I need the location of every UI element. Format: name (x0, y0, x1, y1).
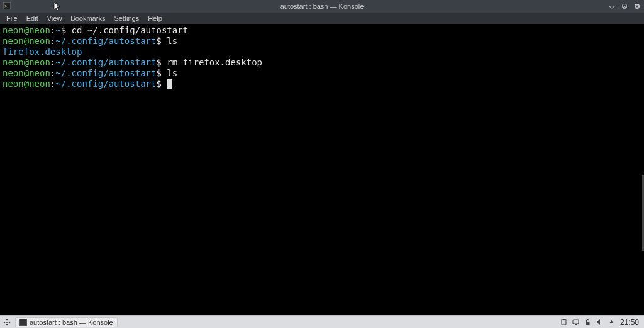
terminal-output: firefox.desktop (3, 47, 82, 57)
prompt-user-host: neon@neon (3, 57, 50, 67)
prompt-path: ~/.config/autostart (55, 36, 156, 46)
svg-text:>: > (4, 3, 8, 9)
prompt-dollar: $ (156, 79, 167, 89)
prompt-dollar: $ (61, 25, 72, 35)
terminal-line: neon@neon:~$ cd ~/.config/autostart (3, 25, 641, 36)
prompt-dollar: $ (156, 57, 167, 67)
konsole-icon (19, 319, 27, 326)
menu-settings[interactable]: Settings (110, 13, 143, 23)
taskbar-entry-label: autostart : bash — Konsole (30, 319, 113, 326)
terminal-cursor (167, 79, 172, 89)
svg-rect-11 (573, 320, 579, 324)
svg-point-8 (6, 322, 8, 323)
terminal-line: neon@neon:~/.config/autostart$ ls (3, 36, 641, 47)
lock-tray-icon[interactable] (584, 319, 592, 326)
menu-file[interactable]: File (3, 13, 21, 23)
clock[interactable]: 21:50 (620, 318, 641, 327)
terminal-body[interactable]: neon@neon:~$ cd ~/.config/autostartneon@… (0, 24, 644, 315)
svg-rect-9 (562, 319, 566, 325)
minimize-button[interactable] (608, 2, 616, 11)
window-titlebar: > autostart : bash — Konsole (0, 0, 644, 13)
terminal-line: firefox.desktop (3, 47, 641, 57)
prompt-path: ~ (55, 25, 60, 35)
menu-help[interactable]: Help (144, 13, 166, 23)
svg-point-6 (9, 321, 11, 323)
menu-view[interactable]: View (43, 13, 66, 23)
terminal-line: neon@neon:~/.config/autostart$ (3, 79, 641, 89)
menu-bookmarks[interactable]: Bookmarks (67, 13, 109, 23)
prompt-user-host: neon@neon (3, 68, 50, 78)
terminal-line: neon@neon:~/.config/autostart$ ls (3, 68, 641, 79)
clipboard-tray-icon[interactable] (560, 319, 568, 326)
close-button[interactable] (633, 2, 641, 11)
prompt-path: ~/.config/autostart (55, 68, 156, 78)
terminal-command: rm firefox.desktop (167, 57, 262, 67)
svg-point-7 (6, 324, 8, 325)
prompt-user-host: neon@neon (3, 36, 50, 46)
terminal-command: ls (167, 68, 177, 78)
prompt-user-host: neon@neon (3, 79, 50, 89)
prompt-path: ~/.config/autostart (55, 79, 156, 89)
application-launcher-icon[interactable] (3, 318, 11, 327)
prompt-path: ~/.config/autostart (55, 57, 156, 67)
volume-tray-icon[interactable] (596, 319, 604, 326)
app-icon: > (3, 1, 11, 10)
taskbar-entry-konsole[interactable]: autostart : bash — Konsole (15, 317, 118, 327)
menu-edit[interactable]: Edit (23, 13, 42, 23)
terminal-command: ls (167, 36, 177, 46)
svg-rect-10 (563, 319, 565, 320)
svg-rect-12 (575, 324, 577, 325)
prompt-user-host: neon@neon (3, 25, 50, 35)
terminal-line: neon@neon:~/.config/autostart$ rm firefo… (3, 57, 641, 68)
svg-rect-13 (586, 322, 590, 325)
terminal-command: cd ~/.config/autostart (72, 25, 188, 35)
taskbar: autostart : bash — Konsole 21:50 (0, 315, 644, 328)
expand-tray-icon[interactable] (608, 319, 616, 326)
prompt-dollar: $ (156, 68, 167, 78)
svg-point-4 (6, 319, 8, 320)
window-title: autostart : bash — Konsole (280, 3, 364, 10)
display-tray-icon[interactable] (572, 319, 580, 326)
prompt-dollar: $ (156, 36, 167, 46)
maximize-button[interactable] (620, 2, 629, 11)
svg-point-5 (4, 321, 6, 323)
menubar: File Edit View Bookmarks Settings Help (0, 13, 644, 24)
